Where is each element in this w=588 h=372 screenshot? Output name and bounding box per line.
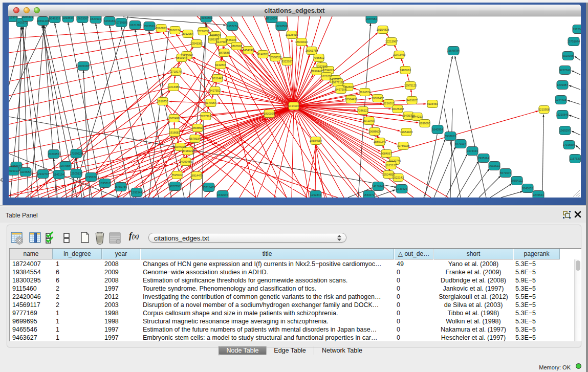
svg-text:7485063: 7485063 — [400, 69, 410, 72]
svg-text:5215958: 5215958 — [538, 108, 549, 111]
svg-text:15751074: 15751074 — [568, 40, 580, 43]
svg-text:16914479: 16914479 — [190, 174, 203, 177]
svg-text:3915913: 3915913 — [9, 169, 19, 172]
svg-text:6794023: 6794023 — [323, 69, 334, 72]
svg-text:1312042: 1312042 — [573, 28, 581, 31]
svg-text:7357274: 7357274 — [227, 25, 237, 28]
svg-text:9427552: 9427552 — [209, 89, 220, 92]
svg-text:9890144: 9890144 — [176, 56, 187, 59]
svg-text:2020655: 2020655 — [48, 152, 59, 156]
svg-text:16210645: 16210645 — [556, 113, 569, 116]
svg-text:16033809: 16033809 — [200, 16, 212, 19]
svg-text:9857791: 9857791 — [169, 185, 180, 188]
svg-text:18807249: 18807249 — [374, 140, 386, 143]
svg-text:12213383: 12213383 — [167, 85, 180, 89]
svg-text:10543362: 10543362 — [190, 42, 203, 45]
svg-text:9245641: 9245641 — [533, 193, 543, 196]
svg-text:7515526: 7515526 — [144, 25, 155, 28]
svg-text:16648784: 16648784 — [447, 49, 460, 52]
svg-text:12975125: 12975125 — [404, 84, 417, 87]
svg-text:12505135: 12505135 — [70, 172, 82, 175]
svg-text:2935114: 2935114 — [478, 157, 489, 160]
svg-text:1145194: 1145194 — [53, 173, 64, 176]
svg-text:8454749: 8454749 — [243, 49, 253, 52]
svg-text:16782759: 16782759 — [115, 185, 127, 188]
svg-text:13125419: 13125419 — [286, 33, 298, 36]
svg-text:20364436: 20364436 — [345, 98, 357, 101]
svg-text:9329996: 9329996 — [562, 54, 573, 57]
svg-text:10688609: 10688609 — [368, 130, 381, 133]
svg-text:1405572: 1405572 — [16, 21, 27, 24]
svg-text:3498222: 3498222 — [182, 149, 193, 152]
svg-text:1969297: 1969297 — [559, 129, 570, 132]
svg-text:1810755: 1810755 — [157, 100, 168, 103]
svg-text:14099489: 14099489 — [180, 160, 192, 163]
svg-text:6844213: 6844213 — [411, 115, 422, 118]
svg-text:7663822: 7663822 — [156, 27, 166, 30]
svg-text:15226058: 15226058 — [197, 30, 209, 33]
svg-text:7625402: 7625402 — [171, 173, 182, 177]
svg-text:7632621: 7632621 — [489, 164, 499, 167]
svg-text:6479197: 6479197 — [455, 142, 466, 145]
svg-text:19218506: 19218506 — [275, 25, 288, 28]
svg-text:13535594: 13535594 — [191, 126, 204, 129]
svg-text:19654923: 19654923 — [400, 130, 412, 134]
svg-text:1244415: 1244415 — [555, 98, 566, 101]
svg-text:2087682: 2087682 — [366, 17, 377, 20]
svg-text:1292344: 1292344 — [131, 191, 142, 194]
svg-text:1095810: 1095810 — [99, 182, 110, 185]
svg-text:9115460: 9115460 — [427, 102, 438, 105]
svg-text:16640910: 16640910 — [295, 40, 308, 43]
svg-text:9227341: 9227341 — [559, 69, 570, 72]
svg-text:1965498: 1965498 — [168, 117, 179, 120]
svg-text:19777169: 19777169 — [332, 81, 344, 84]
svg-text:2005338: 2005338 — [78, 64, 89, 68]
svg-text:6899695: 6899695 — [419, 122, 430, 125]
svg-text:3912954: 3912954 — [182, 32, 193, 35]
svg-text:2084371: 2084371 — [22, 16, 33, 18]
svg-text:1812976: 1812976 — [9, 16, 17, 19]
svg-text:2170054: 2170054 — [205, 101, 216, 104]
svg-text:1115682: 1115682 — [20, 170, 31, 173]
svg-text:1733426: 1733426 — [396, 187, 407, 190]
svg-text:8031447: 8031447 — [212, 77, 223, 80]
svg-text:16671385: 16671385 — [129, 24, 141, 27]
svg-text:15588520: 15588520 — [269, 56, 281, 59]
svg-text:17359924: 17359924 — [70, 152, 82, 155]
svg-text:1093544: 1093544 — [62, 16, 73, 19]
svg-text:8813054: 8813054 — [266, 17, 277, 20]
svg-text:6497508: 6497508 — [335, 88, 346, 91]
svg-text:10973493: 10973493 — [393, 53, 405, 56]
svg-text:3875685: 3875685 — [219, 51, 229, 54]
svg-text:8660124: 8660124 — [169, 29, 180, 32]
svg-text:1167533: 1167533 — [570, 157, 580, 160]
svg-text:20691406: 20691406 — [37, 19, 49, 23]
svg-text:9127509: 9127509 — [210, 34, 221, 37]
svg-text:3267110: 3267110 — [200, 115, 211, 118]
svg-text:10654112: 10654112 — [511, 179, 523, 182]
svg-text:8938923: 8938923 — [445, 135, 455, 138]
svg-text:5578334: 5578334 — [189, 137, 200, 140]
svg-text:17016504: 17016504 — [563, 143, 575, 146]
svg-text:1632645: 1632645 — [217, 193, 228, 196]
svg-text:16961758: 16961758 — [306, 49, 318, 52]
svg-text:10154808: 10154808 — [377, 28, 389, 31]
svg-text:9245652: 9245652 — [522, 187, 533, 190]
svg-text:1362635: 1362635 — [316, 65, 327, 68]
svg-text:6466160: 6466160 — [104, 19, 115, 23]
svg-text:10975887: 10975887 — [59, 164, 72, 167]
svg-text:1830029: 1830029 — [264, 112, 274, 115]
svg-text:8990443: 8990443 — [311, 70, 322, 73]
svg-text:9242845: 9242845 — [215, 63, 226, 67]
svg-text:12942737: 12942737 — [37, 172, 49, 176]
svg-text:2718170: 2718170 — [170, 70, 181, 73]
svg-text:2522143: 2522143 — [393, 176, 403, 179]
svg-text:10807487: 10807487 — [372, 97, 384, 100]
svg-text:14136141: 14136141 — [372, 185, 384, 188]
svg-text:19384554: 19384554 — [310, 139, 322, 142]
svg-text:9474444: 9474444 — [467, 149, 477, 152]
svg-text:3624574: 3624574 — [359, 91, 370, 94]
svg-text:1292346: 1292346 — [310, 193, 321, 196]
svg-text:19756928: 19756928 — [397, 144, 409, 147]
svg-text:2867608: 2867608 — [231, 45, 242, 48]
